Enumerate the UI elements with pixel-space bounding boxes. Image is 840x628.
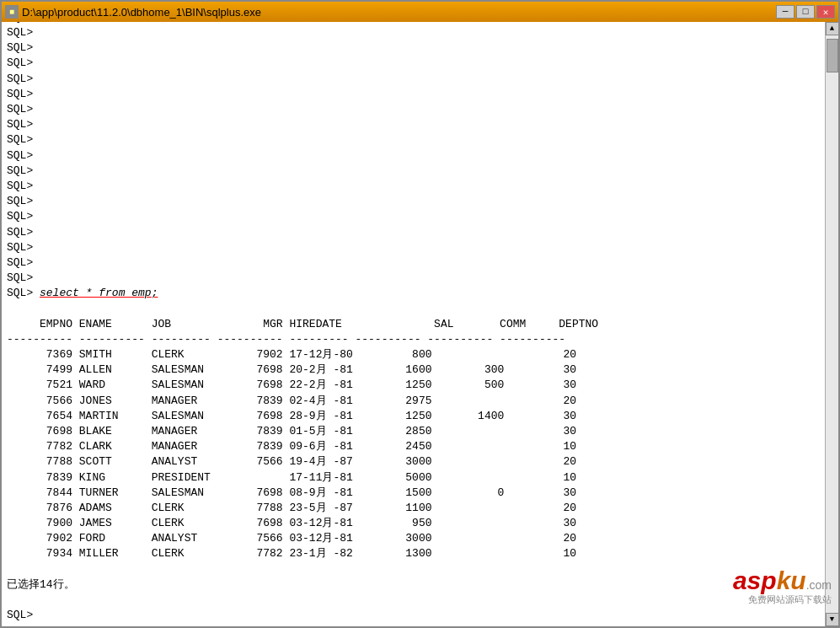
terminal: SQL> SQL> SQL> SQL> SQL> SQL> SQL> SQL> … — [2, 22, 838, 626]
scrollbar-track[interactable] — [826, 35, 838, 613]
sql-prompt: SQL> — [7, 118, 33, 131]
sql-prompt: SQL> — [7, 271, 33, 284]
table-row: 7902 FORD ANALYST 7566 03-12月-81 3000 20 — [7, 532, 576, 545]
table-row: 7934 MILLER CLERK 7782 23-1月 -82 1300 10 — [7, 547, 576, 560]
scroll-down-button[interactable]: ▼ — [826, 613, 839, 626]
maximize-button[interactable]: □ — [796, 5, 815, 19]
sql-prompt: SQL> — [7, 72, 33, 85]
window-controls: ─ □ ✕ — [776, 5, 835, 19]
sql-prompt: SQL> — [7, 103, 33, 115]
sql-command: select * from emp; — [40, 287, 158, 299]
sql-prompt: SQL> — [7, 56, 33, 69]
sql-prompt: SQL> — [7, 26, 33, 39]
column-separator: ---------- ---------- --------- --------… — [7, 333, 565, 346]
window-title: D:\app\product\11.2.0\dbhome_1\BIN\sqlpl… — [22, 6, 261, 19]
sql-prompt: SQL> — [7, 133, 33, 146]
sql-prompt: SQL> — [7, 22, 33, 24]
footer-text: 已选择14行。 — [7, 578, 75, 591]
sql-prompt: SQL> — [7, 180, 33, 192]
column-headers: EMPNO ENAME JOB MGR HIREDATE SAL COMM DE… — [7, 318, 598, 330]
app-icon: ■ — [5, 5, 19, 19]
table-row: 7521 WARD SALESMAN 7698 22-2月 -81 1250 5… — [7, 378, 576, 391]
table-row: 7369 SMITH CLERK 7902 17-12月-80 800 20 — [7, 348, 576, 361]
scrollbar[interactable]: ▲ ▼ — [825, 22, 838, 626]
minimize-button[interactable]: ─ — [776, 5, 795, 19]
sql-prompt: SQL> — [7, 226, 33, 239]
sql-prompt: SQL> — [7, 149, 33, 162]
final-prompt: SQL> — [7, 609, 40, 621]
table-row: 7654 MARTIN SALESMAN 7698 28-9月 -81 1250… — [7, 410, 576, 422]
sql-prompt: SQL> — [7, 164, 33, 177]
table-row: 7788 SCOTT ANALYST 7566 19-4月 -87 3000 2… — [7, 455, 576, 468]
table-row: 7844 TURNER SALESMAN 7698 08-9月 -81 1500… — [7, 486, 576, 499]
terminal-content[interactable]: SQL> SQL> SQL> SQL> SQL> SQL> SQL> SQL> … — [2, 22, 825, 626]
table-row: 7499 ALLEN SALESMAN 7698 20-2月 -81 1600 … — [7, 363, 576, 376]
table-row: 7876 ADAMS CLERK 7788 23-5月 -87 1100 20 — [7, 502, 576, 514]
scroll-up-button[interactable]: ▲ — [826, 22, 839, 35]
table-row: 7839 KING PRESIDENT 17-11月-81 5000 10 — [7, 471, 576, 484]
close-button[interactable]: ✕ — [816, 5, 835, 19]
table-row: 7698 BLAKE MANAGER 7839 01-5月 -81 2850 3… — [7, 425, 576, 437]
sql-prompt: SQL> — [7, 256, 33, 269]
table-row: 7782 CLARK MANAGER 7839 09-6月 -81 2450 1… — [7, 440, 576, 453]
sql-prompt-cmd: SQL> — [7, 287, 40, 299]
table-row: 7900 JAMES CLERK 7698 03-12月-81 950 30 — [7, 517, 576, 529]
sql-prompt: SQL> — [7, 88, 33, 100]
sql-prompt: SQL> — [7, 41, 33, 54]
sql-prompt: SQL> — [7, 241, 33, 254]
title-bar-left: ■ D:\app\product\11.2.0\dbhome_1\BIN\sql… — [5, 5, 261, 19]
scrollbar-thumb[interactable] — [827, 39, 838, 72]
main-window: ■ D:\app\product\11.2.0\dbhome_1\BIN\sql… — [0, 0, 840, 628]
title-bar: ■ D:\app\product\11.2.0\dbhome_1\BIN\sql… — [2, 2, 838, 22]
sql-prompt: SQL> — [7, 195, 33, 207]
sql-prompt: SQL> — [7, 210, 33, 223]
table-row: 7566 JONES MANAGER 7839 02-4月 -81 2975 2… — [7, 395, 576, 407]
